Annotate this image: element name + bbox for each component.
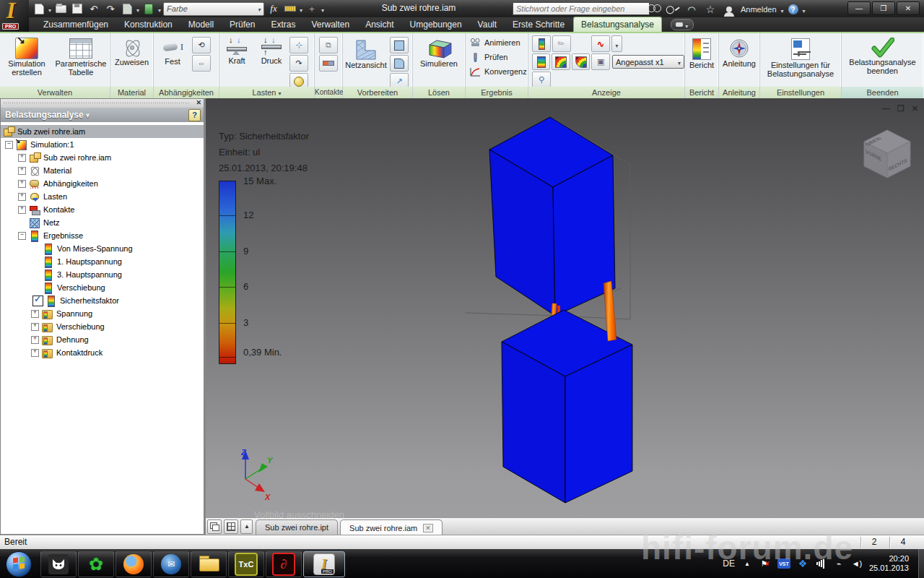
automatic-contacts-button[interactable]: ⧉: [319, 37, 338, 53]
tree-item-verschiebung-folder[interactable]: Verschiebung: [1, 320, 204, 333]
simulation-erstellen-button[interactable]: Simulation erstellen: [0, 35, 53, 87]
tree-item-hauptspannung-3[interactable]: 3. Hauptspannung: [1, 268, 204, 281]
search-binoculars-icon[interactable]: [647, 4, 661, 14]
no-shading-button[interactable]: [572, 53, 590, 70]
tab-belastungsanalyse[interactable]: Belastungsanalyse: [573, 17, 662, 32]
expand-icon[interactable]: [18, 193, 26, 201]
start-button[interactable]: [6, 551, 32, 577]
cascade-windows-button[interactable]: [207, 519, 222, 534]
group-label[interactable]: Lasten: [219, 87, 314, 98]
tab-umgebungen[interactable]: Umgebungen: [403, 17, 469, 32]
doc-minimize-icon[interactable]: —: [882, 104, 890, 113]
anleitung-button[interactable]: Anleitung: [720, 35, 759, 87]
group-label[interactable]: Kontakte: [315, 87, 342, 98]
chevron-down-icon[interactable]: [300, 2, 302, 15]
expand-icon[interactable]: [31, 349, 39, 357]
checked-checkbox[interactable]: [32, 296, 43, 306]
browser-help-icon[interactable]: ?: [188, 109, 201, 121]
color-bar-settings-button[interactable]: [532, 35, 551, 52]
measure-button[interactable]: [283, 2, 297, 15]
toolbar-extra-button[interactable]: +: [305, 2, 319, 15]
chevron-down-icon[interactable]: [158, 2, 161, 15]
smooth-shading-button[interactable]: [532, 53, 550, 70]
tree-item-assembly-root[interactable]: Sub zwei rohre.iam: [1, 125, 204, 138]
tab-vault[interactable]: Vault: [471, 17, 504, 32]
probe-labels-button[interactable]: ⚲: [532, 72, 551, 88]
frictionless-constraint-button[interactable]: ⇔: [192, 55, 211, 72]
tab-verwalten[interactable]: Verwalten: [304, 17, 357, 32]
expand-icon[interactable]: [18, 206, 26, 214]
tree-item-ergebnisse[interactable]: Ergebnisse: [1, 229, 204, 242]
shaded-display-button[interactable]: ✎: [552, 35, 571, 52]
doc-close-icon[interactable]: ✕: [912, 104, 918, 113]
tree-item-kontakte[interactable]: Kontakte: [1, 203, 204, 216]
save-button[interactable]: [70, 2, 84, 15]
expand-icon[interactable]: [18, 180, 26, 188]
deformation-scale-combobox[interactable]: Angepasst x1: [612, 55, 684, 69]
kraft-button[interactable]: ↓↓ Kraft: [219, 35, 254, 87]
group-label[interactable]: Bericht: [685, 87, 718, 98]
application-menu-button[interactable]: I PRO: [0, 0, 29, 32]
dropbox-icon[interactable]: ❖: [797, 558, 808, 569]
tab-ansicht[interactable]: Ansicht: [358, 17, 401, 32]
group-label[interactable]: Einstellungen: [760, 87, 841, 98]
chevron-down-icon[interactable]: [321, 2, 324, 15]
tree-item-dehnung-folder[interactable]: Dehnung: [1, 333, 204, 346]
vst-tray-icon[interactable]: VST: [777, 558, 790, 569]
doc-restore-icon[interactable]: ❒: [897, 104, 905, 113]
tree-item-lasten[interactable]: Lasten: [1, 190, 204, 203]
redo-button[interactable]: ↷: [103, 2, 118, 15]
search-input[interactable]: [513, 2, 650, 15]
tab-modell[interactable]: Modell: [181, 17, 221, 32]
network-signal-icon[interactable]: [815, 558, 827, 569]
expand-icon[interactable]: [18, 154, 26, 162]
update-button[interactable]: [141, 2, 156, 15]
pin-constraint-button[interactable]: ⟲: [192, 37, 211, 53]
tree-item-kontaktdruck-folder[interactable]: Kontaktdruck: [1, 346, 204, 359]
local-mesh-control-button[interactable]: [390, 55, 409, 72]
key-icon[interactable]: [664, 1, 681, 18]
tile-windows-button[interactable]: [224, 519, 238, 534]
tab-extras[interactable]: Extras: [263, 17, 302, 32]
taskbar-explorer-button[interactable]: [191, 551, 227, 577]
color-override-combobox[interactable]: Farbe: [163, 2, 264, 16]
parameters-button[interactable]: fx: [266, 2, 281, 15]
undo-button[interactable]: ↶: [87, 2, 101, 15]
panel-close-icon[interactable]: ✕: [196, 99, 201, 106]
favorites-star-icon[interactable]: ☆: [703, 4, 718, 15]
user-icon[interactable]: [722, 4, 736, 14]
taskbar-red-app-button[interactable]: ∂: [266, 551, 302, 577]
group-label[interactable]: Lösen: [413, 87, 465, 98]
contour-shading-button[interactable]: [552, 53, 570, 70]
group-label[interactable]: Anleitung: [719, 87, 759, 98]
group-label[interactable]: Material: [110, 87, 153, 98]
tray-clock[interactable]: 20:20 25.01.2013: [869, 554, 909, 573]
taskbar-firefox-button[interactable]: [116, 551, 152, 577]
close-button[interactable]: ✕: [897, 1, 920, 15]
tab-konstruktion[interactable]: Konstruktion: [117, 17, 180, 32]
taskbar-thunderbird-button[interactable]: ✉: [153, 551, 189, 577]
konvergenz-button[interactable]: Konvergenz: [466, 64, 528, 79]
group-label[interactable]: Verwalten: [0, 87, 110, 98]
hidden-icons-arrow[interactable]: ▲: [741, 558, 753, 569]
sign-in-link[interactable]: Anmelden: [741, 5, 777, 14]
action-center-flag-icon[interactable]: ⚑✘: [759, 558, 771, 569]
chevron-down-icon[interactable]: [803, 3, 806, 16]
tree-item-verschiebung[interactable]: Verschiebung: [1, 281, 204, 294]
restore-button[interactable]: ❒: [872, 1, 895, 15]
communication-center-icon[interactable]: ◠: [684, 4, 699, 15]
moment-button[interactable]: ↷: [289, 55, 308, 72]
belastungsanalyse-beenden-button[interactable]: Belastungsanalyse beenden: [843, 35, 923, 87]
minimize-button[interactable]: —: [847, 1, 871, 15]
tree-item-netz[interactable]: Netz: [1, 216, 204, 229]
view-cube[interactable]: OBEN VORNE RECHTS: [863, 130, 910, 178]
simulieren-button[interactable]: Simulieren: [414, 35, 463, 87]
mesh-settings-button[interactable]: [390, 37, 409, 53]
tree-item-abhaengigkeiten[interactable]: Abhängigkeiten: [1, 177, 204, 190]
tree-item-sicherheitsfaktor[interactable]: Sicherheitsfaktor: [1, 294, 204, 307]
expand-tabstrip-button[interactable]: ▲: [240, 519, 253, 534]
group-label[interactable]: Vorbereiten: [343, 87, 412, 98]
tree-item-simulation[interactable]: Simulation:1: [1, 138, 204, 151]
volume-icon[interactable]: ◄): [851, 558, 863, 569]
open-file-button[interactable]: [53, 2, 68, 15]
